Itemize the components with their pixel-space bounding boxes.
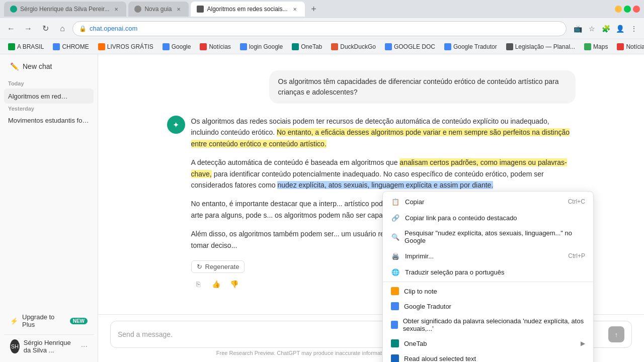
bookmark-abrasil-label: A BRASIL	[17, 43, 44, 50]
profile-icon[interactable]: 👤	[614, 23, 626, 35]
bookmark-duck[interactable]: DuckDuckGo	[327, 42, 380, 51]
tab-2[interactable]: Nova guia ✕	[128, 2, 189, 17]
regen-icon: ↻	[197, 263, 202, 270]
bookmark-onetab[interactable]: OneTab	[288, 42, 326, 51]
bookmark-gdoc-icon	[385, 43, 392, 50]
bookmark-login-label: login Google	[249, 43, 283, 50]
navigation-bar: ← → ↻ ⌂ 🔒 chat.openai.com 📺 ☆ 🧩 👤 ⋮	[0, 18, 644, 39]
tab-3-favicon	[197, 6, 204, 13]
upgrade-button[interactable]: ⚡ Upgrade to Plus NEW	[4, 309, 94, 332]
avatar: SH	[10, 339, 20, 353]
user-question-bubble: Os algoritmos têm capacidades de diferen…	[269, 70, 576, 104]
ctx-search[interactable]: 🔍 Pesquisar "nudez explícita, atos sexua…	[383, 226, 593, 248]
settings-icon[interactable]: ⋮	[628, 23, 640, 35]
ctx-gtranslate-left: Google Tradutor	[391, 302, 451, 310]
sidebar-item-movimentos[interactable]: Movimentos estudantis forç...	[4, 114, 94, 127]
tab-2-favicon	[134, 6, 141, 13]
extensions-icon[interactable]: 🧩	[600, 23, 612, 35]
bookmark-noticias1-icon	[200, 43, 207, 50]
clip-icon	[391, 287, 399, 295]
ctx-search-left: 🔍 Pesquisar "nudez explícita, atos sexua…	[391, 229, 585, 244]
minimize-button[interactable]	[615, 6, 622, 13]
window-controls	[615, 6, 640, 13]
upgrade-new-badge: NEW	[70, 318, 88, 324]
bookmark-livros[interactable]: LIVROS GRÁTIS	[94, 42, 157, 51]
ctx-obter[interactable]: Obter significado da palavra selecionada…	[383, 314, 593, 336]
ctx-read[interactable]: Read aloud selected text	[383, 351, 593, 362]
ctx-copy-label: Copiar	[405, 198, 424, 206]
ctx-print[interactable]: 🖨️ Imprimir... Ctrl+P	[383, 248, 593, 264]
bookmark-chrome[interactable]: CHROME	[49, 42, 93, 51]
forward-button[interactable]: →	[21, 22, 35, 36]
ctx-print-shortcut: Ctrl+P	[568, 252, 585, 259]
response-paragraph-2: A detecção automática de conteúdo é base…	[191, 157, 576, 191]
ctx-onetab-label: OneTab	[404, 340, 427, 347]
new-tab-button[interactable]: +	[307, 2, 321, 16]
tab-2-close[interactable]: ✕	[175, 5, 183, 13]
ctx-onetab[interactable]: OneTab ▶	[383, 336, 593, 351]
bookmark-noticias1[interactable]: Notícias	[196, 42, 234, 51]
close-button[interactable]	[633, 6, 640, 13]
bookmark-livros-icon	[98, 43, 105, 50]
new-chat-button[interactable]: ✏️ New chat	[4, 58, 94, 74]
thumbs-down-button[interactable]: 👎	[227, 277, 242, 291]
tab-1[interactable]: Sérgio Henrique da Silva Pereir... ✕	[4, 2, 126, 17]
bookmark-login[interactable]: login Google	[236, 42, 287, 51]
bookmark-duck-label: DuckDuckGo	[340, 43, 376, 50]
ctx-separator-1	[383, 282, 593, 282]
bookmark-chrome-label: CHROME	[62, 43, 89, 50]
bookmark-leg[interactable]: Legislação — Planal...	[502, 42, 579, 51]
chatgpt-avatar: ✦	[167, 116, 185, 134]
bookmark-maps-icon	[584, 43, 591, 50]
translate-icon: 🌐	[391, 267, 400, 277]
tab-3-close[interactable]: ✕	[291, 5, 299, 13]
sidebar-item-algoritmos-text: Algoritmos em redes so	[8, 93, 69, 100]
ctx-translate[interactable]: 🌐 Traduzir seleção para o português	[383, 264, 593, 280]
address-bar[interactable]: 🔒 chat.openai.com	[72, 21, 567, 36]
send-button[interactable]: ↑	[608, 326, 624, 342]
bookmark-noticias2[interactable]: Notícias	[613, 42, 644, 51]
gtranslate-icon	[391, 302, 399, 310]
bookmark-icon[interactable]: ☆	[586, 23, 598, 35]
maximize-button[interactable]	[624, 6, 631, 13]
ctx-copy-shortcut: Ctrl+C	[568, 198, 585, 205]
bookmark-gtranslate[interactable]: Google Tradutor	[440, 42, 501, 51]
edit-icon[interactable]: ✏	[69, 92, 78, 101]
ctx-copy-link[interactable]: 🔗 Copiar link para o conteúdo destacado	[383, 210, 593, 226]
back-button[interactable]: ←	[4, 22, 18, 36]
tab-2-label: Nova guia	[144, 6, 172, 13]
copy-response-button[interactable]: ⎘	[191, 277, 205, 291]
home-button[interactable]: ⌂	[55, 22, 69, 36]
sidebar-item-algoritmos[interactable]: Algoritmos em redes so ✏ 🗑	[4, 88, 94, 104]
bookmark-google-label: Google	[172, 43, 191, 50]
regenerate-button[interactable]: ↻ Regenerate	[191, 260, 245, 273]
ctx-copy-link-left: 🔗 Copiar link para o conteúdo destacado	[391, 213, 517, 222]
bookmark-gdoc[interactable]: GOOGLE DOC	[381, 42, 439, 51]
thumbs-up-button[interactable]: 👍	[209, 277, 223, 291]
ctx-copy-left: 📋 Copiar	[391, 197, 424, 206]
more-icon[interactable]: ···	[81, 342, 88, 351]
bookmark-abrasil[interactable]: A BRASIL	[4, 42, 48, 51]
bookmark-google[interactable]: Google	[158, 42, 195, 51]
sidebar: ✏️ New chat Today Algoritmos em redes so…	[0, 54, 98, 362]
ctx-print-left: 🖨️ Imprimir...	[391, 251, 434, 260]
refresh-button[interactable]: ↻	[38, 22, 52, 36]
tab-1-close[interactable]: ✕	[112, 5, 120, 13]
ctx-gtranslate[interactable]: Google Tradutor	[383, 299, 593, 314]
bookmark-noticias1-label: Notícias	[209, 43, 230, 50]
trash-icon[interactable]: 🗑	[80, 92, 90, 101]
obter-icon	[391, 321, 398, 329]
bookmark-abrasil-icon	[8, 43, 15, 50]
bookmark-maps[interactable]: Maps	[580, 42, 612, 51]
cast-icon[interactable]: 📺	[572, 23, 584, 35]
ctx-clip[interactable]: Clip to note	[383, 284, 593, 299]
tab-1-favicon	[10, 6, 17, 13]
tab-3[interactable]: Algoritmos em redes sociais... ✕	[191, 2, 304, 17]
ctx-copy[interactable]: 📋 Copiar Ctrl+C	[383, 194, 593, 210]
p2-before: A detecção automática de conteúdo é base…	[191, 158, 400, 166]
read-icon	[391, 354, 399, 362]
tab-1-label: Sérgio Henrique da Silva Pereir...	[20, 6, 109, 13]
ctx-clip-label: Clip to note	[404, 288, 437, 295]
user-section[interactable]: SH Sérgio Henrique da Silva ... ···	[4, 334, 94, 358]
user-label: Sérgio Henrique da Silva ...	[24, 339, 77, 354]
